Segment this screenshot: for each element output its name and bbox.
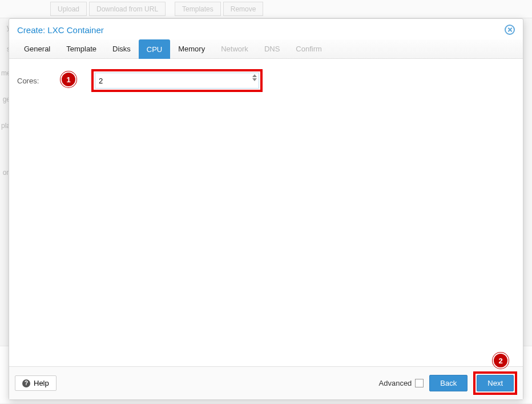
next-button-highlight: Next (473, 371, 517, 395)
dialog-header: Create: LXC Container (9, 19, 523, 39)
help-label: Help (34, 379, 49, 387)
next-button[interactable]: Next (477, 375, 514, 391)
advanced-checkbox[interactable] (415, 379, 424, 387)
bg-button: Upload (50, 2, 87, 16)
annotation-marker-1: 1 (61, 71, 76, 87)
tab-network: Network (213, 39, 256, 58)
cores-stepper[interactable] (252, 74, 257, 81)
bg-button: Remove (223, 2, 264, 16)
tab-cpu[interactable]: CPU (139, 39, 170, 59)
dialog-footer: ? Help Advanced Back Next (9, 366, 523, 399)
create-container-dialog: Create: LXC Container General Template D… (9, 18, 523, 400)
chevron-up-icon[interactable] (252, 74, 257, 77)
tab-dns: DNS (256, 39, 288, 58)
tab-template[interactable]: Template (58, 39, 104, 58)
close-icon[interactable] (505, 25, 515, 35)
bg-button: Templates (175, 2, 221, 16)
cores-label: Cores: (16, 77, 91, 85)
chevron-down-icon[interactable] (252, 78, 257, 81)
bg-toolbar: Upload Download from URL Templates Remov… (0, 0, 532, 18)
wizard-tabs: General Template Disks CPU Memory Networ… (9, 39, 523, 59)
tab-memory[interactable]: Memory (170, 39, 213, 58)
tab-disks[interactable]: Disks (104, 39, 139, 58)
cores-field-row: Cores: (16, 69, 516, 92)
tab-general[interactable]: General (16, 39, 58, 58)
help-icon: ? (22, 379, 30, 387)
cpu-panel: Cores: 1 (9, 59, 523, 366)
annotation-marker-2: 2 (493, 353, 509, 369)
advanced-toggle[interactable]: Advanced (379, 379, 424, 387)
help-button[interactable]: ? Help (15, 375, 57, 391)
bg-button: Download from URL (89, 2, 166, 16)
dialog-title: Create: LXC Container (17, 25, 104, 35)
advanced-label: Advanced (379, 379, 412, 387)
cores-input-highlight (91, 69, 263, 92)
cores-input[interactable] (95, 73, 259, 89)
tab-confirm: Confirm (288, 39, 330, 58)
back-button[interactable]: Back (429, 375, 467, 391)
